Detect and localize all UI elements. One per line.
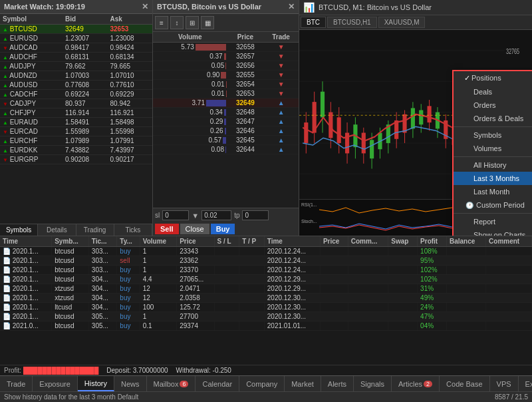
market-watch-row[interactable]: ▲ AUDCHF 0.68131 0.68134 <box>0 53 152 62</box>
ctx-symbols[interactable]: Symbols ▶ <box>454 128 532 142</box>
mw-tab-details[interactable]: Details <box>38 224 76 236</box>
bottom-tab-market[interactable]: Market <box>285 376 321 391</box>
dom-volume-value: 0.08 <box>211 146 224 153</box>
market-watch-row[interactable]: ▲ CHFJPY 116.914 116.921 <box>0 108 152 118</box>
svg-rect-44 <box>428 106 432 122</box>
market-watch-row[interactable]: ▼ CADJPY 80.937 80.942 <box>0 99 152 108</box>
bottom-tab-mailbox[interactable]: Mailbox6 <box>147 376 196 391</box>
ctx-last-month[interactable]: Last Month <box>454 185 532 198</box>
dom-row[interactable]: 0.34 32648 ▲ <box>153 108 299 117</box>
market-watch-row[interactable]: ▲ EURUSD 1.23007 1.23008 <box>0 34 152 43</box>
bottom-tab-news[interactable]: News <box>114 376 147 391</box>
ctx-deals[interactable]: Deals <box>454 85 532 99</box>
market-watch-row[interactable]: ▼ EURCAD 1.55989 1.55998 <box>0 127 152 136</box>
history-table-container[interactable]: TimeSymb...Tic...Ty...VolumePriceS / LT … <box>0 236 532 365</box>
mw-tab-symbols[interactable]: Symbols <box>0 224 38 236</box>
dom-row[interactable]: 0.26 32646 ▲ <box>153 126 299 136</box>
dom-trade-arrow: ▼ <box>278 71 285 79</box>
hist-time: 📄 2020.1... <box>0 266 52 275</box>
market-watch-row[interactable]: ▲ BTCUSD 32649 32653 <box>0 25 152 34</box>
toolbar-icon-3[interactable]: ⊞ <box>186 16 199 29</box>
bottom-tab-code-base[interactable]: Code Base <box>440 376 489 391</box>
dom-row[interactable]: 0.90 32655 ▼ <box>153 71 299 80</box>
dom-row[interactable]: 0.37 32657 ▼ <box>153 52 299 61</box>
bottom-tab-calendar[interactable]: Calendar <box>196 376 239 391</box>
dom-row[interactable]: 3.71 32649 ▲ <box>153 99 299 108</box>
step-input[interactable] <box>201 210 231 220</box>
mw-tab-trading[interactable]: Trading <box>76 224 114 236</box>
ctx-volumes[interactable]: Volumes ▶ <box>454 142 532 155</box>
dom-trade: ▲ <box>263 108 299 117</box>
history-row[interactable]: 📄 2020.1... ltcusd 304... buy 100 125.72… <box>0 303 532 312</box>
bottom-tab-signals[interactable]: Signals <box>354 376 392 391</box>
sl-label: sl <box>155 212 160 219</box>
sl-input[interactable] <box>162 210 189 220</box>
dom-row[interactable]: 0.05 32656 ▼ <box>153 61 299 71</box>
sell-button[interactable]: Sell <box>155 224 179 234</box>
history-row[interactable]: 📄 2020.1... btcusd 303... buy 1 23370 20… <box>0 266 532 275</box>
dom-volume: 0.57 <box>153 136 227 145</box>
hist-balance <box>446 312 485 321</box>
market-watch-close[interactable]: ✕ <box>142 2 148 11</box>
ctx-custom-period[interactable]: 🕐Custom Period <box>454 198 532 212</box>
history-row[interactable]: 📄 2021.0... btcusd 305... buy 0.1 29374 … <box>0 321 532 331</box>
bottom-tab-alerts[interactable]: Alerts <box>321 376 354 391</box>
history-row[interactable]: 📄 2020.1... btcusd 305... buy 1 27700 20… <box>0 312 532 321</box>
bottom-tab-articles[interactable]: Articles2 <box>392 376 440 391</box>
svg-text:32765: 32765 <box>506 47 519 55</box>
dom-price: 32646 <box>227 126 264 136</box>
dom-row[interactable]: 0.01 32654 ▼ <box>153 80 299 89</box>
svg-rect-22 <box>337 117 341 143</box>
hist-comm <box>348 266 388 275</box>
dom-row[interactable]: 0.29 32647 ▲ <box>153 117 299 126</box>
market-watch-row[interactable]: ▲ EURDKK 7.43882 7.43997 <box>0 146 152 155</box>
toolbar-icon-1[interactable]: ≡ <box>155 16 168 29</box>
ctx-last-3-months[interactable]: Last 3 Months <box>454 172 532 185</box>
history-row[interactable]: 📄 2020.1... btcusd 303... buy 1 23343 20… <box>0 247 532 256</box>
tp-input[interactable] <box>242 210 269 220</box>
history-row[interactable]: 📄 2020.1... xtzusd 304... buy 12 2.0471 … <box>0 284 532 294</box>
mw-symbol-cell: ▼ EURCAD <box>0 127 63 136</box>
market-watch-row[interactable]: ▼ EURGRP 0.90208 0.90217 <box>0 155 152 164</box>
bottom-tab-exposure[interactable]: Exposure <box>33 376 77 391</box>
dom-trade-arrow: ▼ <box>278 43 285 51</box>
bottom-tab-trade[interactable]: Trade <box>0 376 33 391</box>
market-watch-row[interactable]: ▲ AUDUSD 0.77608 0.77610 <box>0 81 152 90</box>
hist-time2: 2020.12.29... <box>264 275 320 284</box>
mw-tab-ticks[interactable]: Ticks <box>114 224 152 236</box>
dom-row[interactable]: 0.57 32645 ▲ <box>153 136 299 145</box>
dom-row[interactable]: 0.08 32644 ▲ <box>153 145 299 154</box>
history-row[interactable]: 📄 2020.1... btcusd 303... sell 1 23362 2… <box>0 256 532 266</box>
market-watch-row[interactable]: ▲ AUDNZD 1.07003 1.07010 <box>0 71 152 81</box>
ctx-all-history[interactable]: All History <box>454 158 532 172</box>
bottom-tab-company[interactable]: Company <box>239 376 285 391</box>
history-row[interactable]: 📄 2020.1... btcusd 304... buy 4.4 27065.… <box>0 275 532 284</box>
market-watch-row[interactable]: ▲ EURAUD 1.58491 1.58498 <box>0 118 152 127</box>
close-button[interactable]: Close <box>180 224 209 234</box>
ctx-positions[interactable]: ✓Positions <box>454 71 532 85</box>
dom-volume-value: 0.90 <box>207 71 219 79</box>
buy-button[interactable]: Buy <box>211 224 235 234</box>
ctx-orders-deals[interactable]: Orders & Deals <box>454 112 532 125</box>
market-watch-row[interactable]: ▲ AUDJPY 79.662 79.665 <box>0 62 152 71</box>
hist-price2 <box>320 275 348 284</box>
dom-row[interactable]: 5.73 32658 ▼ <box>153 43 299 52</box>
market-watch-row[interactable]: ▲ CADCHF 0.69224 0.69229 <box>0 90 152 99</box>
history-row[interactable]: 📄 2020.1... xtzusd 304... buy 12 2.0358 … <box>0 294 532 303</box>
toolbar-icon-2[interactable]: ↕ <box>170 16 184 29</box>
chart-tab-btc[interactable]: BTC <box>301 17 326 28</box>
ctx-orders[interactable]: Orders <box>454 99 532 112</box>
chart-tab-xauusd[interactable]: XAUUSD,M <box>378 17 426 28</box>
ctx-show-on-charts[interactable]: Show on Charts ▶ <box>454 228 532 236</box>
chart-canvas[interactable]: 32765 32710 32655 32600 32545 32490 <box>299 30 532 236</box>
toolbar-icon-4[interactable]: ▦ <box>201 16 214 29</box>
market-watch-row[interactable]: ▲ EURCHF 1.07989 1.07991 <box>0 136 152 146</box>
btcusd-close[interactable]: ✕ <box>288 2 295 11</box>
bottom-tab-experts[interactable]: Experts <box>519 376 532 391</box>
ctx-report[interactable]: Report ▶ <box>454 215 532 228</box>
bottom-tab-history[interactable]: History <box>78 376 114 391</box>
bottom-tab-vps[interactable]: VPS <box>490 376 519 391</box>
dom-row[interactable]: 0.01 32653 ▼ <box>153 89 299 99</box>
market-watch-row[interactable]: ▼ AUDCAD 0.98417 0.98424 <box>0 43 152 53</box>
chart-tab-btcusd-h1[interactable]: BTCUSD,H1 <box>327 17 377 28</box>
